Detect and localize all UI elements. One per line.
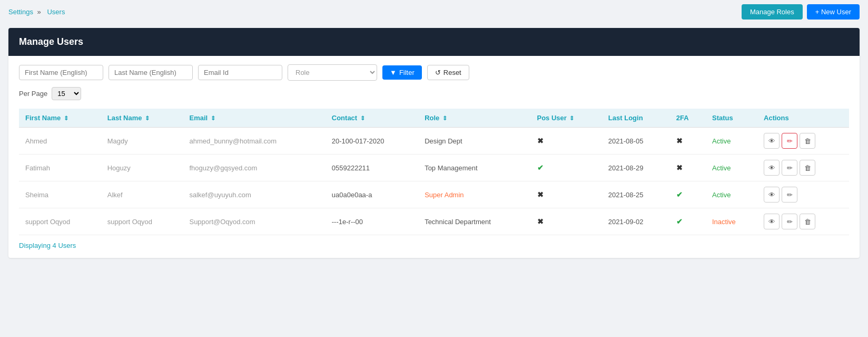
manage-roles-button[interactable]: Manage Roles: [742, 4, 803, 20]
cell-actions: 👁 ✏ 🗑: [757, 208, 849, 235]
col-contact[interactable]: Contact ⇕: [326, 109, 418, 128]
cell-role: Super Admin: [418, 181, 530, 208]
cell-status: Active: [706, 155, 757, 181]
cell-status: Inactive: [706, 208, 757, 235]
cell-email: ahmed_bunny@hotmail.com: [183, 128, 325, 155]
cell-last-name: support Oqyod: [101, 208, 183, 235]
col-2fa: 2FA: [670, 109, 706, 128]
per-page-label: Per Page: [19, 90, 47, 98]
manage-users-card: Manage Users Role ▼ Filter ↺ Reset Per P…: [8, 28, 860, 258]
pos-cross-icon: ✖: [537, 190, 544, 199]
top-bar: Settings » Users Manage Roles + New User: [0, 0, 868, 24]
filter-icon: ▼: [390, 69, 397, 76]
per-page-select[interactable]: 15 25 50 100: [52, 87, 81, 100]
edit-button[interactable]: ✏: [782, 133, 797, 149]
tfa-check-icon: ✔: [676, 190, 683, 199]
tfa-check-icon: ✔: [676, 217, 683, 226]
email-input[interactable]: [198, 65, 282, 80]
col-pos-user[interactable]: Pos User ⇕: [531, 109, 602, 128]
cell-first-name: support Oqyod: [19, 208, 101, 235]
pos-cross-icon: ✖: [537, 137, 544, 145]
col-actions: Actions: [757, 109, 849, 128]
filter-row: Role ▼ Filter ↺ Reset: [19, 64, 849, 81]
cell-last-login: 2021-08-25: [602, 181, 670, 208]
cell-pos-user: ✔: [531, 155, 602, 181]
edit-button[interactable]: ✏: [782, 187, 797, 203]
table-header-row: First Name ⇕ Last Name ⇕ Email ⇕ Contact…: [19, 109, 849, 128]
cell-email: salkef@uyuyuh.com: [183, 181, 325, 208]
col-first-name[interactable]: First Name ⇕: [19, 109, 101, 128]
delete-button[interactable]: 🗑: [800, 160, 815, 176]
breadcrumb-separator: »: [37, 8, 41, 16]
card-body: Role ▼ Filter ↺ Reset Per Page 15 25 50 …: [8, 56, 860, 258]
cell-first-name: Fatimah: [19, 155, 101, 181]
cell-status: Active: [706, 181, 757, 208]
displaying-count: Displaying 4 Users: [19, 242, 76, 249]
tfa-cross-icon: ✖: [676, 137, 683, 145]
filter-button[interactable]: ▼ Filter: [382, 65, 422, 80]
view-button[interactable]: 👁: [764, 214, 780, 229]
view-button[interactable]: 👁: [764, 160, 780, 176]
cell-first-name: Ahmed: [19, 128, 101, 155]
cell-contact: ---1e-r--00: [326, 208, 418, 235]
cell-actions: 👁 ✏ 🗑: [757, 128, 849, 155]
reset-label: Reset: [443, 69, 461, 76]
breadcrumb-settings[interactable]: Settings: [8, 8, 33, 16]
view-button[interactable]: 👁: [764, 133, 780, 149]
cell-role: Technical Department: [418, 208, 530, 235]
page-title: Manage Users: [8, 28, 860, 56]
reset-icon: ↺: [435, 69, 441, 76]
role-select[interactable]: Role: [288, 64, 377, 81]
pos-cross-icon: ✖: [537, 217, 544, 226]
col-last-name[interactable]: Last Name ⇕: [101, 109, 183, 128]
top-actions: Manage Roles + New User: [742, 4, 860, 20]
cell-first-name: Sheima: [19, 181, 101, 208]
col-last-login: Last Login: [602, 109, 670, 128]
per-page-row: Per Page 15 25 50 100: [19, 87, 849, 100]
cell-actions: 👁 ✏: [757, 181, 849, 208]
cell-last-name: Hoguzy: [101, 155, 183, 181]
first-name-input[interactable]: [19, 65, 103, 80]
cell-last-login: 2021-09-02: [602, 208, 670, 235]
delete-button[interactable]: 🗑: [800, 214, 815, 229]
cell-actions: 👁 ✏ 🗑: [757, 155, 849, 181]
cell-tfa: ✖: [670, 128, 706, 155]
breadcrumb: Settings » Users: [8, 8, 67, 16]
delete-button[interactable]: 🗑: [800, 133, 815, 149]
table-row: Sheima Alkef salkef@uyuyuh.com ua0a0e0aa…: [19, 181, 849, 208]
cell-role: Top Management: [418, 155, 530, 181]
cell-contact: ua0a0e0aa-a: [326, 181, 418, 208]
cell-last-name: Magdy: [101, 128, 183, 155]
edit-button[interactable]: ✏: [782, 160, 797, 176]
breadcrumb-current: Users: [47, 8, 65, 16]
new-user-button[interactable]: + New User: [807, 4, 860, 20]
table-row: Fatimah Hoguzy fhoguzy@gqsyed.com 055922…: [19, 155, 849, 181]
cell-tfa: ✖: [670, 155, 706, 181]
cell-contact: 0559222211: [326, 155, 418, 181]
edit-button[interactable]: ✏: [782, 214, 797, 229]
table-footer: Displaying 4 Users: [19, 235, 849, 249]
cell-pos-user: ✖: [531, 128, 602, 155]
cell-tfa: ✔: [670, 208, 706, 235]
cell-pos-user: ✖: [531, 208, 602, 235]
users-table: First Name ⇕ Last Name ⇕ Email ⇕ Contact…: [19, 109, 849, 235]
col-email[interactable]: Email ⇕: [183, 109, 325, 128]
cell-role: Design Dept: [418, 128, 530, 155]
cell-last-login: 2021-08-29: [602, 155, 670, 181]
tfa-cross-icon: ✖: [676, 163, 683, 172]
col-role[interactable]: Role ⇕: [418, 109, 530, 128]
pos-check-icon: ✔: [537, 163, 544, 172]
table-row: support Oqyod support Oqyod Support@Oqyo…: [19, 208, 849, 235]
cell-last-name: Alkef: [101, 181, 183, 208]
cell-contact: 20-100-017-2020: [326, 128, 418, 155]
cell-last-login: 2021-08-05: [602, 128, 670, 155]
table-row: Ahmed Magdy ahmed_bunny@hotmail.com 20-1…: [19, 128, 849, 155]
cell-tfa: ✔: [670, 181, 706, 208]
reset-button[interactable]: ↺ Reset: [427, 65, 469, 80]
last-name-input[interactable]: [108, 65, 193, 80]
cell-status: Active: [706, 128, 757, 155]
col-status: Status: [706, 109, 757, 128]
view-button[interactable]: 👁: [764, 187, 780, 203]
cell-email: Support@Oqyod.com: [183, 208, 325, 235]
filter-label: Filter: [399, 69, 415, 76]
